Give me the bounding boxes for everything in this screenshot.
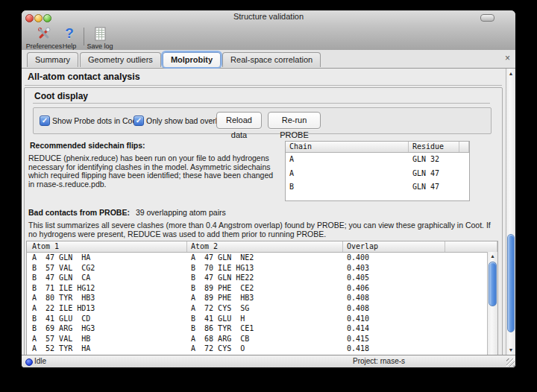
table-row[interactable]: A 22 ILE HD13A 72 CYS SG0.408 bbox=[27, 303, 497, 314]
toolbar-toggle-button[interactable] bbox=[480, 14, 494, 22]
reload-data-button[interactable]: Reload data bbox=[216, 112, 262, 129]
table-cell: A 22 ILE HD13 bbox=[27, 303, 187, 314]
bad-contacts-table: Atom 1 Atom 2 Overlap A 47 GLN HAA 47 GL… bbox=[26, 241, 498, 355]
table-cell: 0.415 bbox=[343, 334, 445, 344]
tab-molprobity[interactable]: Molprobity bbox=[163, 52, 221, 67]
page-title: All-atom contact analysis bbox=[28, 72, 140, 82]
table-cell: B 47 GLN CA bbox=[27, 273, 187, 283]
sidechain-flips-table: Chain Residue AGLN 32AGLN 47BGLN 47 bbox=[285, 141, 470, 201]
sidechain-flips-heading: Recommended sidechain flips: bbox=[30, 141, 145, 150]
page-scrollbar-thumb[interactable] bbox=[507, 234, 515, 332]
overlap-count: 39 overlapping atom pairs bbox=[136, 208, 226, 217]
table-cell: 0.405 bbox=[343, 273, 445, 283]
table-cell: B 89 PHE CE2 bbox=[187, 283, 343, 294]
table-body: AGLN 32AGLN 47BGLN 47 bbox=[286, 153, 469, 195]
table-cell: A 57 VAL HB bbox=[27, 334, 187, 344]
column-header-overlap[interactable]: Overlap bbox=[343, 241, 445, 252]
toolbar-separator bbox=[84, 28, 84, 45]
rerun-probe-button[interactable]: Re-run PROBE bbox=[268, 112, 321, 129]
table-row[interactable]: AGLN 32 bbox=[286, 153, 469, 167]
table-row[interactable]: A 80 TYR HB3A 89 PHE HB30.408 bbox=[27, 293, 497, 303]
save-log-button[interactable]: Save log bbox=[86, 25, 114, 50]
tab-geometry-outliers[interactable]: Geometry outliers bbox=[80, 52, 161, 67]
table-cell: B 86 TYR CE1 bbox=[187, 323, 343, 334]
status-led-icon bbox=[25, 358, 33, 366]
bad-contacts-heading: Bad contacts from PROBE:39 overlapping a… bbox=[28, 208, 226, 217]
resize-grip[interactable] bbox=[506, 358, 515, 367]
contacts-table-scrollbar[interactable]: ▲ bbox=[487, 252, 497, 355]
column-header-chain[interactable]: Chain bbox=[286, 142, 409, 152]
titlebar-toolbar: Structure validation Preferences ? Help bbox=[22, 10, 515, 51]
table-cell: 0.418 bbox=[343, 344, 445, 354]
close-icon[interactable]: × bbox=[505, 54, 510, 63]
tab-bar: Summary Geometry outliers Molprobity Rea… bbox=[22, 50, 515, 69]
table-cell: 0.400 bbox=[343, 253, 445, 263]
save-log-label: Save log bbox=[87, 42, 113, 50]
column-header-atom1[interactable]: Atom 1 bbox=[27, 241, 187, 252]
table-row[interactable]: AGLN 47 bbox=[286, 167, 469, 181]
preferences-label: Preferences bbox=[26, 42, 63, 50]
bad-contacts-description: This list summarizes all severe clashes … bbox=[28, 221, 497, 238]
table-cell: B 69 ARG HG3 bbox=[27, 323, 187, 334]
bad-contacts-label: Bad contacts from PROBE: bbox=[28, 208, 130, 217]
tab-real-space-correlation[interactable]: Real-space correlation bbox=[222, 52, 321, 67]
table-row[interactable]: A 57 VAL HBA 68 ARG CB0.415 bbox=[27, 334, 497, 344]
sidechain-flips-description: REDUCE (phenix.reduce) has been run on y… bbox=[28, 154, 280, 189]
table-row[interactable]: B 69 ARG HG3B 86 TYR CE10.414 bbox=[27, 323, 497, 334]
table-cell: 0.408 bbox=[343, 293, 445, 303]
table-cell: GLN 32 bbox=[409, 153, 459, 167]
table-row[interactable]: A 52 TYR HAA 72 CYS O0.418 bbox=[27, 344, 497, 354]
table-header: Atom 1 Atom 2 Overlap bbox=[27, 241, 497, 253]
column-header-residue[interactable]: Residue bbox=[409, 142, 459, 152]
column-header-atom2[interactable]: Atom 2 bbox=[187, 241, 343, 252]
table-cell: GLN 47 bbox=[409, 180, 459, 195]
only-bad-overlaps-checkbox[interactable]: ✓ bbox=[134, 116, 144, 126]
window-title: Structure validation bbox=[22, 12, 515, 21]
table-row[interactable]: B 71 ILE HG12B 89 PHE CE20.406 bbox=[27, 283, 497, 294]
tabs: Summary Geometry outliers Molprobity Rea… bbox=[27, 52, 321, 67]
column-header-empty bbox=[459, 142, 469, 152]
table-row[interactable]: B 47 GLN CAB 47 GLN HE220.405 bbox=[27, 273, 497, 283]
coot-display-title: Coot display bbox=[34, 91, 88, 101]
table-cell: A 52 TYR HA bbox=[27, 344, 187, 354]
table-cell: 0.403 bbox=[343, 263, 445, 274]
scroll-up-icon[interactable]: ▲ bbox=[488, 252, 497, 261]
table-row[interactable]: B 41 GLU CDB 41 GLU H0.410 bbox=[27, 314, 497, 324]
table-cell: B 41 GLU H bbox=[187, 314, 343, 324]
project-label: Project: rnase-s bbox=[353, 357, 405, 365]
table-body: A 47 GLN HAA 47 GLN NE20.400B 57 VAL CG2… bbox=[27, 253, 497, 354]
table-cell: A 72 CYS O bbox=[187, 344, 343, 354]
table-cell: B 47 GLN HE22 bbox=[187, 273, 343, 283]
scroll-up-icon[interactable]: ▲ bbox=[506, 69, 515, 78]
table-cell: 0.406 bbox=[343, 283, 445, 294]
table-cell: A 47 GLN HA bbox=[27, 253, 187, 263]
table-cell: A 80 TYR HB3 bbox=[27, 293, 187, 303]
help-button[interactable]: ? Help bbox=[59, 25, 80, 50]
table-cell: B 70 ILE HG13 bbox=[187, 263, 343, 274]
table-row[interactable]: A 47 GLN HAA 47 GLN NE20.400 bbox=[27, 253, 497, 263]
table-cell: A bbox=[286, 153, 409, 167]
table-cell: B 41 GLU CD bbox=[27, 314, 187, 324]
table-cell: GLN 47 bbox=[409, 167, 459, 181]
molprobity-panel: All-atom contact analysis Coot display ✓… bbox=[22, 69, 506, 355]
table-cell: B bbox=[286, 180, 409, 195]
divider bbox=[25, 85, 502, 86]
tab-summary[interactable]: Summary bbox=[27, 52, 78, 67]
table-cell: A 47 GLN NE2 bbox=[187, 253, 343, 263]
table-cell: A 68 ARG CB bbox=[187, 334, 343, 344]
table-row[interactable]: B 57 VAL CG2B 70 ILE HG130.403 bbox=[27, 263, 497, 274]
page-scrollbar[interactable]: ▲ ▼ bbox=[506, 69, 515, 355]
status-text: Idle bbox=[34, 357, 46, 365]
divider bbox=[33, 103, 490, 104]
spreadsheet-icon bbox=[95, 25, 106, 42]
preferences-button[interactable]: Preferences bbox=[26, 25, 62, 50]
scroll-down-icon[interactable]: ▼ bbox=[506, 346, 515, 355]
show-probe-dots-label: Show Probe dots in Coot bbox=[52, 116, 139, 125]
table-cell: A 72 CYS SG bbox=[187, 303, 343, 314]
table-cell: 0.408 bbox=[343, 303, 445, 314]
table-cell: 0.410 bbox=[343, 314, 445, 324]
show-probe-dots-checkbox[interactable]: ✓ bbox=[40, 116, 50, 126]
table-cell: A bbox=[286, 167, 409, 181]
contacts-scrollbar-thumb[interactable] bbox=[489, 262, 497, 306]
table-row[interactable]: BGLN 47 bbox=[286, 180, 469, 195]
